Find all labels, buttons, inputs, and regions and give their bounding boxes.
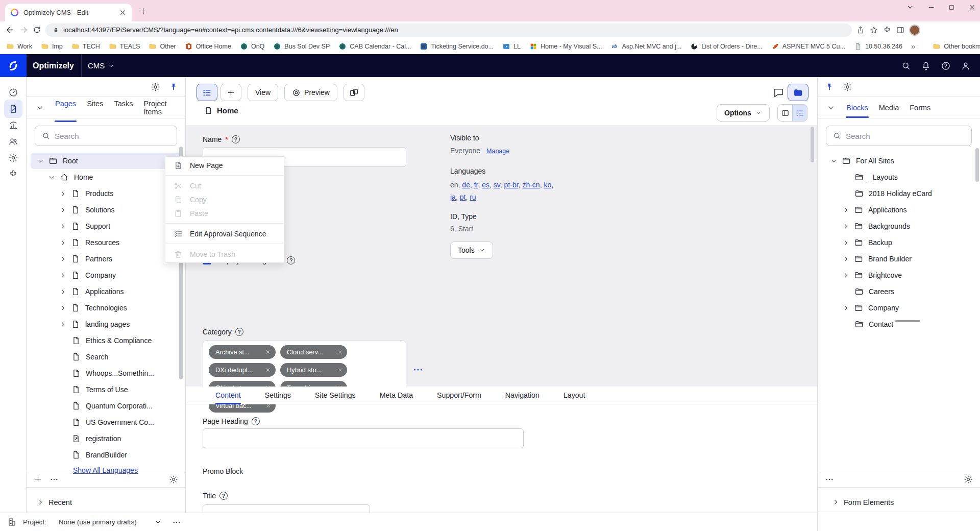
tree-item-products[interactable]: Products [31,185,181,202]
blocks-search[interactable] [826,126,972,146]
tab-support-form[interactable]: Support/Form [437,387,481,404]
tree-item-brightcove[interactable]: Brightcove [822,267,976,283]
page-heading-help-icon[interactable]: ? [252,417,260,425]
language-link-pt[interactable]: pt [460,193,466,201]
language-link-sv[interactable]: sv [494,181,500,189]
compare-view-button[interactable] [344,84,364,101]
add-content-icon[interactable] [34,475,42,484]
optimizely-logo[interactable] [0,54,27,77]
tree-item-registration[interactable]: registration [31,430,181,447]
assets-panel-button[interactable] [788,84,808,101]
tab-content[interactable]: Content [215,387,241,404]
bookmark-cab-calendar-cal[interactable]: SCAB Calendar - Cal... [338,42,411,51]
tree-horizontal-scrollbar[interactable] [895,320,920,322]
tab-media[interactable]: Media [878,98,900,117]
bookmark-imp[interactable]: Imp [41,42,63,51]
tab-pages[interactable]: Pages [55,94,77,122]
tree-item-brandbuilder[interactable]: BrandBuilder [31,447,181,463]
pages-search[interactable] [35,126,177,146]
comments-bubble-icon[interactable] [773,87,785,99]
tab-blocks[interactable]: Blocks [846,98,869,117]
tools-button[interactable]: Tools [450,242,493,259]
tree-item-ethics-compliance[interactable]: Ethics & Compliance [31,332,181,349]
notifications-bell-icon[interactable] [921,61,931,71]
tab-settings[interactable]: Settings [265,387,291,404]
maximize-icon[interactable] [948,4,955,11]
preview-button[interactable]: Preview [284,84,337,101]
toggle-navigation-button[interactable] [197,84,217,101]
tree-item-search[interactable]: Search [31,349,181,365]
bookmark-tech[interactable]: TECH [71,42,100,51]
tab-tasks[interactable]: Tasks [113,94,133,122]
tab-navigation[interactable]: Navigation [505,387,540,404]
more-actions-icon[interactable] [825,475,834,484]
product-switcher[interactable]: CMS [88,61,115,70]
tree-item-2018-holiday-ecard[interactable]: 2018 Holiday eCard [822,185,976,202]
options-button[interactable]: Options [717,104,770,122]
language-link-de[interactable]: de [462,181,470,189]
tab-search-icon[interactable] [906,3,914,11]
right-panel-scrollbar[interactable] [975,148,979,182]
bookmark-other[interactable]: Other [149,42,176,51]
language-link-es[interactable]: es [482,181,489,189]
tree-item-for-all-sites[interactable]: For All Sites [822,153,976,169]
tree-item-quantum-corporati[interactable]: Quantum Corporati... [31,398,181,414]
assets-settings-gear-icon[interactable] [964,475,973,484]
bookmark-work[interactable]: Work [6,42,32,51]
tree-item-root[interactable]: Root [31,153,181,169]
category-tag-cloud-serv[interactable]: Cloud serv... [280,345,347,359]
single-column-layout-button[interactable] [777,104,793,122]
blocks-search-input[interactable] [846,132,965,140]
tree-item-solutions[interactable]: Solutions [31,202,181,218]
bookmark-teals[interactable]: TEALS [109,42,140,51]
tree-item-company[interactable]: Company [31,267,181,283]
remove-tag-icon[interactable] [337,367,342,373]
add-content-button[interactable] [220,84,241,101]
main-scrollbar[interactable] [811,127,814,162]
rail-chart[interactable] [4,116,22,134]
pin-panel-icon[interactable] [825,82,834,91]
browser-tab[interactable]: Optimizely CMS - Edit [5,4,132,21]
language-link-pt-br[interactable]: pt-br [504,181,519,189]
share-icon[interactable] [856,26,865,35]
tab-sites[interactable]: Sites [86,94,104,122]
project-more-icon[interactable] [172,518,181,527]
rail-page-edit[interactable] [4,100,22,118]
bookmark-asp-net-mvc-and-j[interactable]: vbAsp.Net MVC and j... [611,42,682,51]
tab-close-icon[interactable] [119,9,127,16]
tree-item-support[interactable]: Support [31,218,181,234]
tree-item-contact[interactable]: Contact [822,316,976,332]
panel-settings-gear-icon[interactable] [843,82,852,92]
recent-section[interactable]: Recent [27,493,185,512]
address-bar[interactable]: localhost:44397/EPiServer/CMS/?language=… [45,23,852,37]
profile-avatar[interactable] [909,25,920,36]
view-button[interactable]: View [248,84,278,101]
tab-project-items[interactable]: Project Items [143,94,178,122]
tree-item-brand-builder[interactable]: Brand Builder [822,251,976,267]
menu-item-new-page[interactable]: New Page [165,158,284,172]
help-icon[interactable] [941,61,951,71]
category-more-icon[interactable] [412,364,424,375]
panel-settings-gear-icon[interactable] [151,82,160,92]
list-layout-button[interactable] [792,104,807,122]
category-tag-dxi-dedupl[interactable]: DXi dedupl... [209,363,276,377]
account-icon[interactable] [961,61,971,71]
language-link-ja[interactable]: ja [450,193,456,201]
bookmark-asp-net-mvc-5-cu[interactable]: ASP.NET MVC 5 Cu... [771,42,845,51]
tab-site-settings[interactable]: Site Settings [315,387,356,404]
pages-search-input[interactable] [55,132,170,140]
title-help-icon[interactable]: ? [219,492,228,500]
more-actions-icon[interactable] [50,475,59,484]
tree-item-resources[interactable]: Resources [31,234,181,251]
bookmark-home-my-visual-s[interactable]: Home - My Visual S... [529,42,602,51]
remove-tag-icon[interactable] [265,349,271,355]
tree-item-applications[interactable]: Applications [822,202,976,218]
tree-item-landing-pages[interactable]: landing pages [31,316,181,332]
tree-item-layouts[interactable]: _Layouts [822,169,976,185]
tab-layout[interactable]: Layout [564,387,585,404]
tree-item-applications[interactable]: Applications [31,283,181,300]
tree-item-home[interactable]: Home [31,169,181,185]
language-link-zh-cn[interactable]: zh-cn [522,181,540,189]
bookmark-ll[interactable]: LL [502,42,521,51]
manage-visibility-link[interactable]: Manage [486,148,509,155]
